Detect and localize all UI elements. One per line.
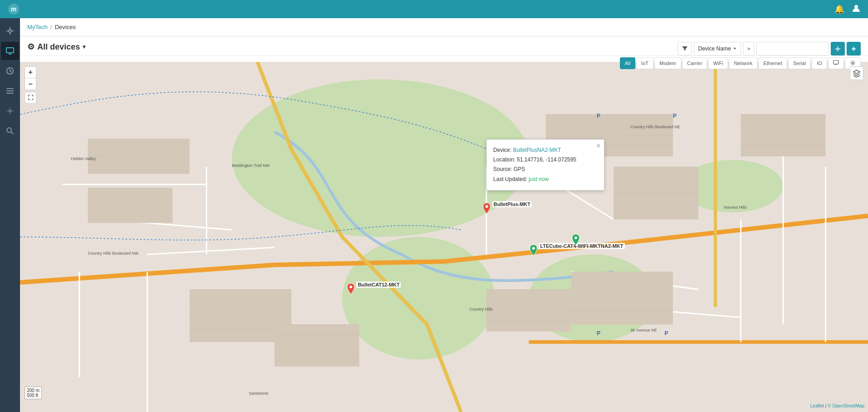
device-popup: × Device: BulletPlusNA2-MKT Location: 51… xyxy=(486,139,604,191)
svg-point-3 xyxy=(9,30,11,32)
svg-rect-12 xyxy=(6,88,14,89)
tag-chat[interactable] xyxy=(828,57,844,69)
sidebar-item-settings[interactable] xyxy=(1,102,19,120)
popup-location-line: Location: 51.147716, -114.072595 xyxy=(493,156,598,164)
tag-ethernet[interactable]: Ethernet xyxy=(758,57,788,69)
tag-carrier[interactable]: Carrier xyxy=(682,57,708,69)
osm-link[interactable]: © OpenStreetMap xyxy=(828,403,864,408)
gear-icon: ⚙ xyxy=(27,42,35,52)
add-device-button[interactable] xyxy=(847,42,861,55)
popup-updated-line: Last Updated: just now xyxy=(493,175,598,184)
scale-feet: 500 ft xyxy=(27,393,40,398)
svg-point-28 xyxy=(485,205,488,208)
svg-rect-13 xyxy=(6,90,14,91)
svg-rect-25 xyxy=(833,60,838,64)
popup-close-button[interactable]: × xyxy=(596,142,600,150)
breadcrumb-current: Devices xyxy=(55,24,75,30)
tag-io[interactable]: IO xyxy=(812,57,827,69)
popup-source-value: GPS xyxy=(514,166,525,172)
filter-row-2: All IoT Modem Carrier WiFi Network Ether… xyxy=(620,57,861,69)
zoom-in-button[interactable]: + xyxy=(25,66,36,78)
breadcrumb-parent[interactable]: MyTech xyxy=(27,24,48,30)
popup-source-label: Source: xyxy=(493,166,512,172)
filter-field-label: Device Name xyxy=(698,45,731,52)
popup-location-value: 51.147716, -114.072595 xyxy=(517,156,576,163)
layers-button[interactable] xyxy=(850,66,863,80)
zoom-out-button[interactable]: − xyxy=(25,78,36,90)
map-title-container: ⚙ All devices ▾ xyxy=(27,42,85,52)
map-pin-bulletcat[interactable]: BulletCAT12-MKT xyxy=(346,282,355,297)
filter-double-arrow[interactable]: » xyxy=(743,42,754,55)
expand-button[interactable]: ⛶ xyxy=(25,92,36,104)
filter-search-input[interactable] xyxy=(756,42,829,55)
filter-row-1: Device Name » xyxy=(678,42,861,55)
sidebar-item-devices[interactable] xyxy=(1,42,19,60)
pin-label-bulletplus: BulletPlus-MKT xyxy=(492,201,532,207)
tag-wifi[interactable]: WiFi xyxy=(708,57,728,69)
topbar-right: 🔔 xyxy=(834,4,861,15)
sidebar-item-history[interactable] xyxy=(1,62,19,80)
user-icon[interactable] xyxy=(852,4,861,15)
svg-rect-8 xyxy=(6,48,14,53)
sidebar-item-list[interactable] xyxy=(1,82,19,100)
sidebar-item-search[interactable] xyxy=(1,122,19,140)
svg-marker-27 xyxy=(853,70,860,74)
svg-point-26 xyxy=(852,62,854,64)
svg-point-15 xyxy=(9,110,11,112)
tag-modem[interactable]: Modem xyxy=(654,57,681,69)
tag-network[interactable]: Network xyxy=(729,57,757,69)
popup-device-line: Device: BulletPlusNA2-MKT xyxy=(493,146,598,155)
popup-device-label: Device: xyxy=(493,147,511,153)
map-area[interactable]: + − ⛶ 200 m 500 ft xyxy=(20,62,868,412)
notification-icon[interactable]: 🔔 xyxy=(834,4,844,14)
map-title: All devices xyxy=(37,42,80,52)
map-scale: 200 m 500 ft xyxy=(25,387,42,399)
popup-source-line: Source: GPS xyxy=(493,165,598,174)
filter-bar: Device Name » xyxy=(620,42,861,69)
app-logo: m xyxy=(7,3,20,15)
svg-point-2 xyxy=(854,5,858,9)
dropdown-arrow[interactable]: ▾ xyxy=(83,44,85,50)
popup-device-name[interactable]: BulletPlusNA2-MKT xyxy=(513,147,561,153)
sidebar-item-network[interactable] xyxy=(1,22,19,40)
scale-meters: 200 m xyxy=(27,388,40,393)
leaflet-link[interactable]: Leaflet xyxy=(810,403,824,408)
svg-point-16 xyxy=(7,128,11,132)
tag-iot[interactable]: IoT xyxy=(636,57,653,69)
svg-point-31 xyxy=(574,236,577,239)
filter-toggle-button[interactable] xyxy=(678,42,692,55)
map-pin-ltecube[interactable]: LTECube-CAT4-WIFI-MKTNA2-MKT xyxy=(529,244,538,258)
svg-text:m: m xyxy=(11,5,16,13)
svg-line-17 xyxy=(11,132,13,134)
breadcrumb: MyTech / Devices xyxy=(20,18,868,36)
popup-location-label: Location: xyxy=(493,156,515,163)
map-pin-green2[interactable] xyxy=(571,233,580,248)
map-wrapper: ⚙ All devices ▾ Device Name xyxy=(20,36,868,412)
pin-label-ltecube: LTECube-CAT4-WIFI-MKTNA2-MKT xyxy=(539,243,625,249)
tag-all[interactable]: All xyxy=(620,57,635,69)
svg-point-30 xyxy=(532,247,535,250)
pin-label-bulletcat: BulletCAT12-MKT xyxy=(356,281,401,288)
filter-field-select[interactable]: Device Name xyxy=(694,42,741,55)
tag-serial[interactable]: Serial xyxy=(788,57,811,69)
map-controls: + − ⛶ xyxy=(25,66,36,104)
popup-updated-value: just now xyxy=(529,176,549,182)
map-canvas xyxy=(20,62,868,412)
sidebar xyxy=(0,18,20,412)
filter-settings-button[interactable] xyxy=(831,42,845,55)
map-pin-bulletplus[interactable]: BulletPlus-MKT xyxy=(482,202,491,216)
svg-point-29 xyxy=(349,286,352,288)
popup-updated-label: Last Updated: xyxy=(493,176,527,182)
breadcrumb-separator: / xyxy=(50,24,52,30)
svg-point-18 xyxy=(837,48,839,50)
content-area: MyTech / Devices ⚙ All devices ▾ xyxy=(20,18,868,412)
svg-rect-14 xyxy=(6,93,14,94)
map-attribution: Leaflet | © OpenStreetMap xyxy=(810,403,864,408)
topbar: m 🔔 xyxy=(0,0,868,18)
